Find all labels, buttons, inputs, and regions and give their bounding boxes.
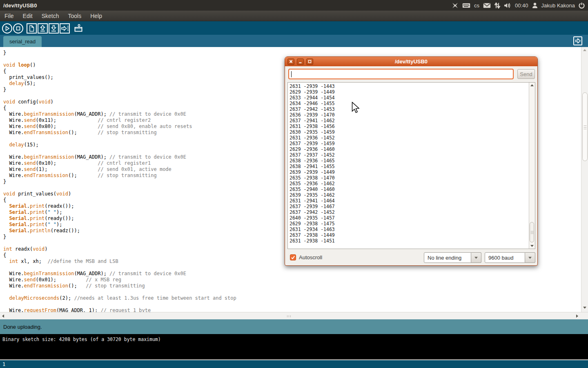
menu-sketch[interactable]: Sketch	[37, 11, 64, 21]
scroll-left-icon[interactable]	[2, 314, 4, 318]
system-tray: cs00:40Jakub Kakona	[452, 2, 588, 9]
power-icon[interactable]	[579, 2, 585, 9]
serial-monitor-title: /dev/ttyUSB0	[285, 58, 537, 65]
serial-monitor-titlebar[interactable]: /dev/ttyUSB0	[285, 57, 537, 66]
top-panel: /dev/ttyUSB0 cs00:40Jakub Kakona	[0, 0, 588, 11]
desktop: /dev/ttyUSB0 cs00:40Jakub Kakona FileEdi…	[0, 0, 588, 368]
serial-monitor-window: /dev/ttyUSB0 Send 2631 -2939 -1443 2629 …	[285, 56, 538, 266]
stop-button[interactable]	[13, 23, 24, 34]
menu-tools[interactable]: Tools	[64, 11, 86, 21]
close-icon	[289, 60, 293, 63]
volume-icon[interactable]	[504, 2, 511, 9]
serial-output-area[interactable]: 2631 -2939 -1443 2629 -2939 -1449 2633 -…	[287, 82, 535, 249]
check-icon	[290, 255, 296, 260]
line-ending-value: No line ending	[424, 252, 471, 263]
tab-arrow-icon	[575, 37, 581, 45]
upload-button[interactable]	[59, 23, 70, 34]
serial-input-field[interactable]	[288, 69, 514, 79]
menu-edit[interactable]: Edit	[18, 11, 37, 21]
clock-label[interactable]: 00:40	[515, 2, 528, 9]
window-minimize-button[interactable]	[297, 58, 304, 65]
editor-vscroll-thumb[interactable]	[582, 92, 588, 161]
presence-icon[interactable]	[452, 2, 459, 9]
scroll-up-icon[interactable]	[583, 49, 586, 51]
send-button[interactable]: Send	[517, 69, 535, 79]
menu-help[interactable]: Help	[86, 11, 107, 21]
chevron-down-icon[interactable]	[471, 252, 481, 263]
verify-button[interactable]	[2, 23, 13, 34]
scroll-down-icon[interactable]	[530, 245, 534, 247]
save-button[interactable]	[48, 23, 59, 34]
network-arrows-icon[interactable]	[494, 2, 500, 9]
serial-data-rows: 2631 -2939 -1443 2629 -2939 -1449 2633 -…	[288, 83, 535, 244]
baud-rate-dropdown[interactable]: 9600 baud	[485, 252, 535, 263]
tab-label: serial_read	[9, 38, 36, 45]
build-console: Binary sketch size: 4208 bytes (of a 307…	[0, 334, 588, 359]
tab-menu-button[interactable]	[573, 36, 582, 45]
window-close-button[interactable]	[287, 58, 294, 65]
new-sketch-button[interactable]	[26, 23, 37, 34]
chevron-down-icon[interactable]	[525, 252, 535, 263]
serial-vscroll-thumb[interactable]	[530, 222, 534, 242]
baud-rate-value: 9600 baud	[485, 252, 525, 263]
line-indicator-bar: 1	[0, 359, 588, 368]
maximize-icon	[308, 60, 312, 63]
autoscroll-label: Autoscroll	[299, 254, 322, 260]
autoscroll-checkbox[interactable]	[290, 254, 296, 260]
user-icon[interactable]	[532, 2, 538, 9]
console-output: Binary sketch size: 4208 bytes (of a 307…	[0, 334, 588, 342]
editor-horizontal-scrollbar[interactable]	[0, 312, 588, 319]
scroll-up-icon[interactable]	[530, 84, 534, 86]
status-message: Done uploading.	[0, 324, 42, 330]
username-label[interactable]: Jakub Kakona	[541, 2, 575, 9]
minimize-icon	[298, 60, 302, 63]
menu-file[interactable]: File	[0, 11, 18, 21]
serial-vertical-scrollbar[interactable]	[529, 83, 535, 249]
active-window-title: /dev/ttyUSB0	[0, 2, 37, 9]
mail-icon[interactable]	[483, 3, 491, 8]
tab-bar: serial_read	[0, 35, 588, 47]
keyboard-icon[interactable]	[462, 3, 470, 8]
keyboard-layout-label[interactable]: cs	[474, 2, 479, 9]
text-caret	[291, 71, 292, 77]
open-button[interactable]	[37, 23, 48, 34]
status-bar: Done uploading.	[0, 319, 588, 334]
window-maximize-button[interactable]	[306, 58, 313, 65]
ide-toolbar	[0, 21, 588, 35]
line-ending-dropdown[interactable]: No line ending	[424, 252, 481, 263]
tab-serial-read[interactable]: serial_read	[3, 36, 42, 47]
line-number: 1	[0, 361, 5, 367]
editor-vertical-scrollbar[interactable]	[581, 47, 588, 312]
hscroll-thumb-grip[interactable]	[287, 315, 291, 317]
scroll-down-icon[interactable]	[583, 307, 586, 309]
serial-monitor-button[interactable]	[73, 23, 84, 34]
menu-bar: FileEditSketchToolsHelp	[0, 11, 588, 21]
scroll-right-icon[interactable]	[576, 314, 578, 318]
